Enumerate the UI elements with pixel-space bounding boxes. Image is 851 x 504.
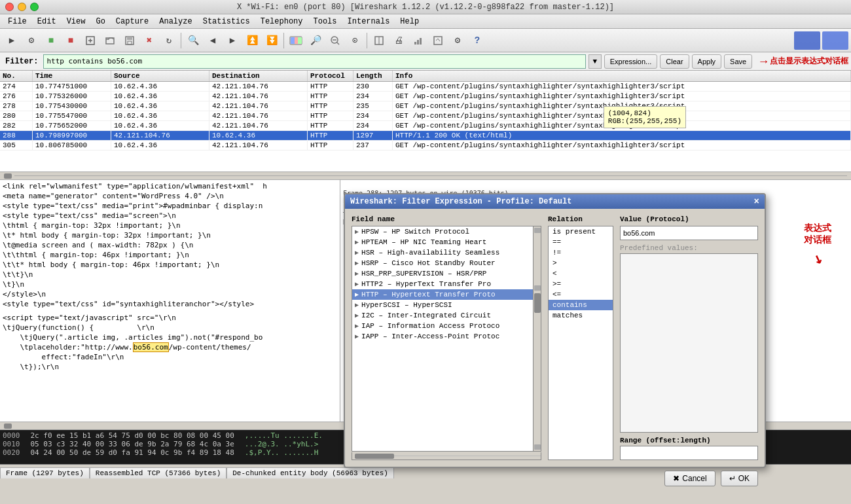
field-list-item[interactable]: ▶HSR_PRP_SUPERVISION – HSR/PRP <box>352 268 533 279</box>
packet-list-scrollbar[interactable] <box>0 172 851 180</box>
detail-tree-line[interactable]: \t@media screen and ( max-width: 782px )… <box>1 240 338 250</box>
detail-tree-line[interactable]: \t\t}\n <box>1 270 338 279</box>
toolbar-zoom-in[interactable]: 🔎 <box>306 31 325 50</box>
toolbar-stats[interactable] <box>429 31 447 50</box>
detail-tree-line[interactable]: <script type="text/javascript" src="\r\n <box>1 313 338 323</box>
toolbar-stop[interactable]: ■ <box>42 31 60 50</box>
toolbar-open[interactable] <box>101 31 119 50</box>
detail-tree-line[interactable]: \tplaceholder:"http://www.bo56.com/wp-co… <box>1 342 338 352</box>
detail-tree-line[interactable]: </style>\n <box>1 289 338 299</box>
toolbar-reload[interactable]: ↻ <box>160 31 178 50</box>
status-tab-0[interactable]: Frame (1297 bytes) <box>0 467 90 478</box>
detail-tree-line[interactable]: \t\thtml { margin-top: 46px !important; … <box>1 250 338 260</box>
relation-list-item[interactable]: != <box>549 247 613 258</box>
toolbar-restart[interactable]: ■ <box>62 31 80 50</box>
packet-row[interactable]: 288 10.798997000 42.121.104.76 10.62.4.3… <box>0 131 851 141</box>
relation-list-item[interactable]: >= <box>549 279 613 289</box>
toolbar-colorize[interactable] <box>287 31 305 50</box>
relation-list-item[interactable]: < <box>549 268 613 279</box>
detail-tree-line[interactable]: \tjQuery(".article img, .articles img").… <box>1 333 338 342</box>
detail-tree-line[interactable]: <style type="text/css" id="syntaxhighlit… <box>1 299 338 309</box>
menu-telephony[interactable]: Telephony <box>255 16 308 27</box>
field-list-scrollbar[interactable] <box>534 226 541 452</box>
toolbar-icon4[interactable] <box>81 31 100 50</box>
ok-button[interactable]: ↵ OK <box>721 471 758 486</box>
clear-button[interactable]: Clear <box>660 54 689 69</box>
field-list[interactable]: ▶HPSW – HP Switch Protocol▶HPTEAM – HP N… <box>352 226 534 452</box>
toolbar-print[interactable]: 🖨 <box>389 31 408 50</box>
packet-row[interactable]: 276 10.775326000 10.62.4.36 42.121.104.7… <box>0 92 851 101</box>
field-list-item[interactable]: ▶HPTEAM – HP NIC Teaming Heart <box>352 237 533 247</box>
filter-dropdown[interactable]: ▼ <box>588 54 602 69</box>
detail-tree-line[interactable]: \t* html body { margin-top: 32px !import… <box>1 230 338 240</box>
range-input[interactable] <box>620 446 758 460</box>
menu-statistics[interactable]: Statistics <box>198 16 255 27</box>
detail-tree-line[interactable]: \t\t* html body { margin-top: 46px !impo… <box>1 260 338 270</box>
relation-list-item[interactable]: <= <box>549 289 613 300</box>
packet-row[interactable]: 278 10.775430000 10.62.4.36 42.121.104.7… <box>0 101 851 111</box>
window-controls[interactable] <box>5 3 39 11</box>
packet-row[interactable]: 280 10.775547000 10.62.4.36 42.121.104.7… <box>0 111 851 121</box>
menu-file[interactable]: File <box>3 16 32 27</box>
toolbar-jump-down[interactable]: ⏬ <box>263 31 281 50</box>
relation-list-item[interactable]: matches <box>549 310 613 321</box>
detail-tree-line[interactable]: <style type="text/css" media="screen">\n <box>1 211 338 221</box>
field-list-item[interactable]: ▶IAPP – Inter-Access-Point Protoc <box>352 331 533 342</box>
detail-tree-line[interactable]: <meta name="generator" content="WordPres… <box>1 191 338 201</box>
toolbar-start[interactable]: ▶ <box>3 31 21 50</box>
relation-list-item[interactable]: is present <box>549 226 613 237</box>
menu-help[interactable]: Help <box>395 16 424 27</box>
detail-tree-line[interactable]: \t});\r\n <box>1 362 338 372</box>
toolbar-options[interactable]: ⚙ <box>22 31 41 50</box>
expression-button[interactable]: Expression... <box>604 54 658 69</box>
field-list-item[interactable]: ▶HPSW – HP Switch Protocol <box>352 226 533 237</box>
dialog-close-button[interactable]: × <box>754 196 759 207</box>
toolbar-help[interactable]: ? <box>468 31 486 50</box>
toolbar-close-capture[interactable]: ✖ <box>140 31 158 50</box>
menu-view[interactable]: View <box>62 16 91 27</box>
toolbar-zoom-out[interactable] <box>326 31 344 50</box>
menu-internals[interactable]: Internals <box>342 16 395 27</box>
value-input[interactable] <box>620 226 758 240</box>
toolbar-jump-up[interactable]: ⏫ <box>243 31 261 50</box>
menu-analyze[interactable]: Analyze <box>154 16 197 27</box>
packet-row[interactable]: 274 10.774751000 10.62.4.36 42.121.104.7… <box>0 82 851 92</box>
toolbar-graph[interactable] <box>409 31 427 50</box>
relation-list-item[interactable]: == <box>549 237 613 247</box>
field-list-item[interactable]: ▶IAP – Information Access Protoco <box>352 321 533 331</box>
field-list-item[interactable]: ▶HTTP2 – HyperText Transfer Pro <box>352 279 533 289</box>
detail-tree[interactable]: <link rel="wlwmanifest" type="applicatio… <box>0 180 340 422</box>
field-list-item[interactable]: ▶HTTP – Hypertext Transfer Proto <box>352 289 533 300</box>
relation-list-item[interactable]: > <box>549 258 613 268</box>
field-list-item[interactable]: ▶HSRP – Cisco Hot Standby Router <box>352 258 533 268</box>
menu-capture[interactable]: Capture <box>111 16 154 27</box>
save-button[interactable]: Save <box>724 54 752 69</box>
detail-tree-line[interactable]: <style type="text/css" media="print">#wp… <box>1 201 338 211</box>
relation-list[interactable]: is present==!=><>=<=containsmatches <box>548 226 613 460</box>
toolbar-zoom-normal[interactable]: ⊙ <box>346 31 364 50</box>
detail-tree-line[interactable]: \thtml { margin-top: 32px !important; }\… <box>1 221 338 230</box>
detail-tree-line[interactable]: \tjQuery(function() { \r\n <box>1 323 338 333</box>
menu-tools[interactable]: Tools <box>308 16 342 27</box>
field-hscroll[interactable] <box>352 452 541 460</box>
detail-tree-line[interactable]: <link rel="wlwmanifest" type="applicatio… <box>1 181 338 191</box>
field-list-item[interactable]: ▶I2C – Inter-Integrated Circuit <box>352 310 533 321</box>
toolbar-find[interactable]: 🔍 <box>184 31 202 50</box>
close-button[interactable] <box>5 3 14 11</box>
maximize-button[interactable] <box>30 3 39 11</box>
field-list-item[interactable]: ▶HyperSCSI – HyperSCSI <box>352 300 533 310</box>
toolbar-resize[interactable] <box>370 31 388 50</box>
detail-tree-line[interactable]: effect:"fadeIn"\r\n <box>1 352 338 362</box>
cancel-button[interactable]: ✖ Cancel <box>664 471 715 486</box>
menu-go[interactable]: Go <box>90 16 110 27</box>
minimize-button[interactable] <box>18 3 26 11</box>
packet-row[interactable]: 282 10.775652000 10.62.4.36 42.121.104.7… <box>0 121 851 131</box>
apply-button[interactable]: Apply <box>692 54 722 69</box>
field-list-item[interactable]: ▶HSR – High-availability Seamless <box>352 247 533 258</box>
toolbar-save[interactable] <box>120 31 139 50</box>
relation-list-item[interactable]: contains <box>549 300 613 310</box>
detail-tree-line[interactable]: \t}\n <box>1 279 338 289</box>
toolbar-settings[interactable]: ⚙ <box>448 31 467 50</box>
filter-input[interactable] <box>43 54 585 69</box>
menu-edit[interactable]: Edit <box>32 16 62 27</box>
